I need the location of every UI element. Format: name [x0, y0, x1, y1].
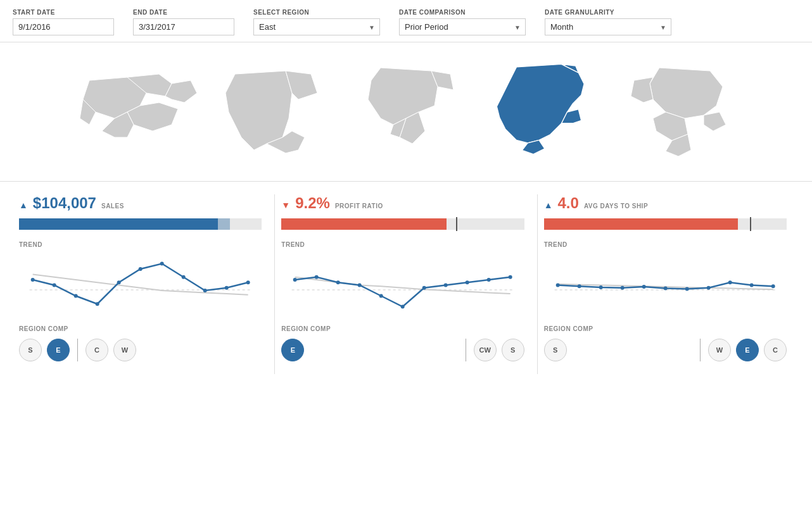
- svg-point-30: [663, 287, 667, 291]
- trend-chart-div-avg_days: [544, 252, 787, 315]
- metric-bar-secondary-sales: [218, 218, 230, 230]
- bubble-avg_days-0[interactable]: S: [544, 339, 567, 361]
- svg-point-7: [160, 262, 164, 266]
- trend-chart-avg_days: [544, 252, 787, 315]
- region-field: SELECT REGION East West Central South ▼: [253, 9, 380, 35]
- metric-label-profit_ratio: PROFIT RATIO: [335, 203, 383, 210]
- svg-point-11: [246, 280, 250, 284]
- date-comparison-select-wrapper: Prior Period Prior Year ▼: [399, 18, 526, 35]
- start-date-label: START DATE: [13, 9, 114, 16]
- metric-panel-profit_ratio: ▼ 9.2% PROFIT RATIO TRENDREGION COMPECWS: [275, 194, 537, 374]
- svg-point-32: [706, 286, 710, 290]
- svg-point-25: [555, 284, 559, 287]
- trend-label-avg_days: TREND: [544, 241, 787, 248]
- trend-chart-div-sales: [19, 252, 262, 315]
- svg-point-22: [487, 278, 491, 282]
- bubble-profit_ratio-0[interactable]: E: [281, 339, 304, 361]
- map-south-svg: [77, 61, 203, 163]
- svg-point-28: [620, 286, 624, 290]
- region-comp-label-sales: REGION COMP: [19, 325, 262, 332]
- end-date-input[interactable]: [133, 18, 234, 35]
- metric-bar-marker-avg_days: [750, 217, 751, 231]
- map-southeast[interactable]: [609, 61, 735, 163]
- bubble-profit_ratio-2[interactable]: S: [502, 339, 524, 361]
- region-comp-label-profit_ratio: REGION COMP: [281, 325, 524, 332]
- date-comparison-select[interactable]: Prior Period Prior Year: [399, 18, 526, 35]
- bubble-divider-avg_days-0: [700, 339, 701, 361]
- svg-point-17: [379, 294, 383, 298]
- svg-point-2: [53, 284, 56, 287]
- trend-label-profit_ratio: TREND: [281, 241, 524, 248]
- svg-point-10: [225, 286, 229, 290]
- trend-chart-profit_ratio: [281, 252, 524, 315]
- svg-point-20: [444, 284, 448, 287]
- region-select[interactable]: East West Central South: [253, 18, 380, 35]
- metric-bar-wrapper-profit_ratio: [281, 218, 524, 230]
- region-bubbles-sales: SECW: [19, 339, 262, 361]
- svg-point-1: [31, 278, 35, 282]
- svg-point-4: [96, 302, 99, 306]
- metric-header-profit_ratio: ▼ 9.2% PROFIT RATIO: [281, 194, 524, 212]
- bubble-profit_ratio-1[interactable]: CW: [474, 339, 497, 361]
- bubble-sales-1[interactable]: E: [47, 339, 70, 361]
- metric-panel-sales: ▲ $104,007 SALES TRENDREGION COMPSECW: [13, 194, 275, 374]
- trend-chart-div-profit_ratio: [281, 252, 524, 315]
- svg-point-9: [203, 289, 207, 292]
- bubble-avg_days-1[interactable]: W: [708, 339, 731, 361]
- metric-bar-fill-profit_ratio: [281, 218, 447, 230]
- metric-bar-fill-sales: [19, 218, 218, 230]
- bubble-divider-profit_ratio-0: [466, 339, 466, 361]
- map-south[interactable]: [77, 61, 203, 163]
- svg-point-27: [599, 285, 602, 289]
- metric-value-profit_ratio: 9.2%: [295, 194, 330, 212]
- date-comparison-label: DATE COMPARISON: [399, 9, 526, 16]
- svg-point-26: [577, 284, 581, 288]
- metric-value-sales: $104,007: [33, 194, 96, 212]
- metric-bar-fill-avg_days: [544, 218, 739, 230]
- metric-value-avg_days: 4.0: [558, 194, 579, 212]
- start-date-input[interactable]: [13, 18, 114, 35]
- map-central[interactable]: [343, 61, 469, 163]
- bubble-avg_days-2[interactable]: E: [736, 339, 759, 361]
- svg-point-29: [642, 285, 645, 289]
- metrics-section: ▲ $104,007 SALES TRENDREGION COMPSECW ▼ …: [0, 182, 812, 387]
- bubble-avg_days-3[interactable]: C: [764, 339, 787, 361]
- svg-point-8: [182, 275, 186, 279]
- bubble-sales-0[interactable]: S: [19, 339, 42, 361]
- map-west[interactable]: [210, 61, 336, 163]
- metric-bar-wrapper-sales: [19, 218, 262, 230]
- date-granularity-label: DATE GRANULARITY: [545, 9, 671, 16]
- date-granularity-field: DATE GRANULARITY Month Quarter Year ▼: [545, 9, 671, 35]
- metric-label-avg_days: AVG DAYS TO SHIP: [584, 203, 648, 210]
- trend-chart-sales: [19, 252, 262, 315]
- svg-point-15: [336, 280, 340, 284]
- svg-point-3: [74, 294, 78, 298]
- trend-label-sales: TREND: [19, 241, 262, 248]
- date-granularity-select-wrapper: Month Quarter Year ▼: [545, 18, 671, 35]
- svg-point-6: [139, 267, 143, 271]
- svg-point-33: [728, 280, 732, 284]
- metric-bar-marker-profit_ratio: [456, 217, 457, 231]
- date-comparison-field: DATE COMPARISON Prior Period Prior Year …: [399, 9, 526, 35]
- svg-point-13: [293, 278, 297, 282]
- bubble-sales-3[interactable]: W: [113, 339, 136, 361]
- svg-point-23: [509, 275, 512, 279]
- date-granularity-select[interactable]: Month Quarter Year: [545, 18, 671, 35]
- region-bubbles-profit_ratio: ECWS: [281, 339, 524, 361]
- map-east-svg: [476, 61, 602, 163]
- svg-point-18: [401, 305, 405, 309]
- region-bubbles-avg_days: SWEC: [544, 339, 787, 361]
- metric-label-sales: SALES: [101, 203, 124, 210]
- metric-arrow-avg_days: ▲: [544, 200, 553, 210]
- map-east[interactable]: [476, 61, 602, 163]
- svg-point-19: [422, 286, 426, 290]
- bubble-sales-2[interactable]: C: [86, 339, 108, 361]
- start-date-field: START DATE: [13, 9, 114, 35]
- map-central-svg: [343, 61, 469, 163]
- metric-arrow-profit_ratio: ▼: [281, 200, 290, 210]
- end-date-label: END DATE: [133, 9, 234, 16]
- svg-point-34: [749, 284, 753, 287]
- svg-point-16: [358, 284, 362, 287]
- map-southeast-svg: [609, 61, 735, 163]
- svg-point-35: [771, 284, 775, 288]
